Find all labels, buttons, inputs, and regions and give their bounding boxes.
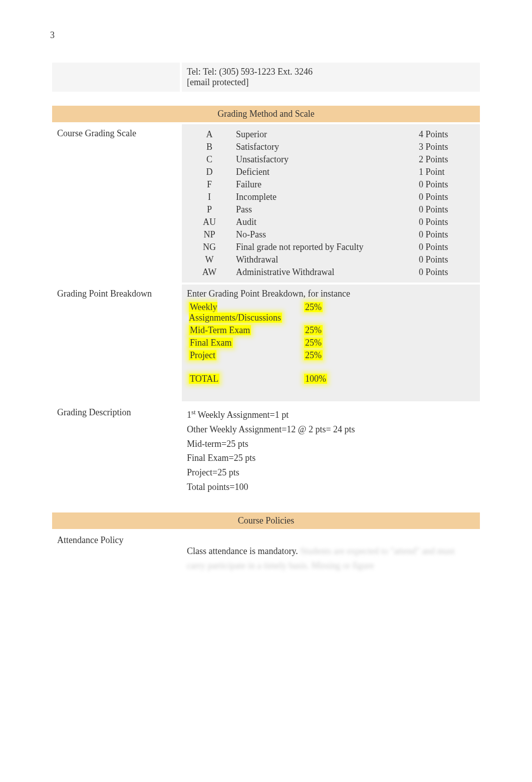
breakdown-intro: Enter Grading Point Breakdown, for insta… bbox=[187, 289, 475, 299]
grading-scale-row: NGFinal grade not reported by Faculty0 P… bbox=[187, 241, 475, 253]
grading-desc-line6: Total points=100 bbox=[187, 480, 475, 494]
grading-scale-row: ASuperior4 Points bbox=[187, 128, 475, 141]
grading-desc-line5: Project=25 pts bbox=[187, 465, 475, 480]
breakdown-label-cell: Project bbox=[187, 349, 302, 362]
grading-scale-code: AW bbox=[187, 266, 232, 279]
grading-scale-row: NPNo-Pass0 Points bbox=[187, 228, 475, 241]
grading-scale-points: 3 Points bbox=[415, 141, 475, 153]
course-grading-scale-label: Course Grading Scale bbox=[52, 124, 180, 283]
breakdown-label-text: Weekly Assignments/Discussions bbox=[189, 302, 282, 323]
breakdown-inner-table: Weekly Assignments/Discussions25%Mid-Ter… bbox=[187, 301, 475, 362]
breakdown-label-cell: Weekly Assignments/Discussions bbox=[187, 301, 302, 324]
breakdown-label-cell: Final Exam bbox=[187, 337, 302, 349]
breakdown-row: Mid-Term Exam25% bbox=[187, 324, 475, 337]
grading-scale-points: 0 Points bbox=[415, 216, 475, 228]
grading-scale-row: PPass0 Points bbox=[187, 203, 475, 216]
page-number: 3 bbox=[50, 30, 482, 41]
grading-scale-points: 0 Points bbox=[415, 266, 475, 279]
breakdown-total-table: TOTAL 100% bbox=[187, 373, 475, 385]
grading-scale-desc: Superior bbox=[232, 128, 415, 141]
grading-scale-desc: Unsatisfactory bbox=[232, 153, 415, 166]
grading-scale-code: F bbox=[187, 178, 232, 191]
breakdown-label-text: Project bbox=[189, 350, 216, 360]
breakdown-value-cell: 25% bbox=[302, 349, 389, 362]
grading-scale-points: 0 Points bbox=[415, 203, 475, 216]
grading-scale-row: IIncomplete0 Points bbox=[187, 191, 475, 203]
grading-scale-row: CUnsatisfactory2 Points bbox=[187, 153, 475, 166]
grading-scale-code: D bbox=[187, 166, 232, 178]
contact-table: Tel: Tel: (305) 593-1223 Ext. 3246 [emai… bbox=[50, 61, 482, 94]
breakdown-value-cell: 25% bbox=[302, 301, 389, 324]
breakdown-value-text: 25% bbox=[304, 350, 323, 360]
grading-scale-cell: ASuperior4 PointsBSatisfactory3 PointsCU… bbox=[182, 124, 480, 283]
grading-method-table: Grading Method and Scale Course Grading … bbox=[50, 104, 482, 500]
attendance-policy-label: Attendance Policy bbox=[52, 531, 180, 577]
grading-scale-desc: Withdrawal bbox=[232, 253, 415, 266]
breakdown-row: Weekly Assignments/Discussions25% bbox=[187, 301, 475, 324]
breakdown-value-cell: 25% bbox=[302, 324, 389, 337]
breakdown-value-text: 25% bbox=[304, 302, 323, 312]
grading-scale-row: BSatisfactory3 Points bbox=[187, 141, 475, 153]
grading-scale-code: A bbox=[187, 128, 232, 141]
grading-scale-points: 2 Points bbox=[415, 153, 475, 166]
breakdown-row: Project25% bbox=[187, 349, 475, 362]
grading-scale-inner-table: ASuperior4 PointsBSatisfactory3 PointsCU… bbox=[187, 128, 475, 279]
grading-point-breakdown-cell: Enter Grading Point Breakdown, for insta… bbox=[182, 285, 480, 401]
grading-scale-points: 0 Points bbox=[415, 253, 475, 266]
grading-scale-row: WWithdrawal0 Points bbox=[187, 253, 475, 266]
breakdown-row: Final Exam25% bbox=[187, 337, 475, 349]
contact-left-cell bbox=[52, 63, 180, 92]
grading-desc-line4: Final Exam=25 pts bbox=[187, 451, 475, 465]
grading-scale-desc: Failure bbox=[232, 178, 415, 191]
course-policies-table: Course Policies Attendance Policy Class … bbox=[50, 510, 482, 579]
grading-desc-line2: Other Weekly Assignment=12 @ 2 pts= 24 p… bbox=[187, 422, 475, 437]
grading-method-header: Grading Method and Scale bbox=[52, 106, 480, 122]
grading-scale-desc: Audit bbox=[232, 216, 415, 228]
grading-scale-points: 1 Point bbox=[415, 166, 475, 178]
contact-tel: Tel: Tel: (305) 593-1223 Ext. 3246 bbox=[187, 67, 475, 77]
grading-scale-row: FFailure0 Points bbox=[187, 178, 475, 191]
grading-scale-points: 0 Points bbox=[415, 241, 475, 253]
grading-scale-code: P bbox=[187, 203, 232, 216]
grading-scale-desc: Deficient bbox=[232, 166, 415, 178]
grading-desc-line1: 1st Weekly Assignment=1 pt bbox=[187, 407, 475, 422]
grading-scale-desc: Satisfactory bbox=[232, 141, 415, 153]
breakdown-total-value-cell: 100% bbox=[302, 373, 389, 385]
grading-scale-code: I bbox=[187, 191, 232, 203]
attendance-text: Class attendance is mandatory. bbox=[187, 546, 300, 556]
grading-scale-points: 4 Points bbox=[415, 128, 475, 141]
contact-email: [email protected] bbox=[187, 77, 475, 88]
breakdown-value-text: 25% bbox=[304, 338, 323, 348]
breakdown-total-value: 100% bbox=[304, 374, 327, 384]
grading-desc-line3: Mid-term=25 pts bbox=[187, 437, 475, 451]
breakdown-total-label-cell: TOTAL bbox=[187, 373, 302, 385]
breakdown-label-cell: Mid-Term Exam bbox=[187, 324, 302, 337]
grading-scale-code: W bbox=[187, 253, 232, 266]
grading-scale-row: AUAudit0 Points bbox=[187, 216, 475, 228]
grading-scale-desc: Pass bbox=[232, 203, 415, 216]
grading-scale-code: NG bbox=[187, 241, 232, 253]
grading-scale-points: 0 Points bbox=[415, 191, 475, 203]
grading-scale-row: DDeficient1 Point bbox=[187, 166, 475, 178]
grading-scale-code: C bbox=[187, 153, 232, 166]
grading-scale-code: B bbox=[187, 141, 232, 153]
breakdown-value-cell: 25% bbox=[302, 337, 389, 349]
grading-description-cell: 1st Weekly Assignment=1 pt Other Weekly … bbox=[182, 403, 480, 498]
grading-scale-row: AWAdministrative Withdrawal0 Points bbox=[187, 266, 475, 279]
breakdown-label-text: Final Exam bbox=[189, 338, 233, 348]
grading-scale-code: AU bbox=[187, 216, 232, 228]
grading-scale-code: NP bbox=[187, 228, 232, 241]
grading-scale-points: 0 Points bbox=[415, 178, 475, 191]
breakdown-label-text: Mid-Term Exam bbox=[189, 325, 251, 335]
grading-scale-desc: Administrative Withdrawal bbox=[232, 266, 415, 279]
grading-scale-desc: Final grade not reported by Faculty bbox=[232, 241, 415, 253]
grading-description-label: Grading Description bbox=[52, 403, 180, 498]
contact-right-cell: Tel: Tel: (305) 593-1223 Ext. 3246 [emai… bbox=[182, 63, 480, 92]
grading-point-breakdown-label: Grading Point Breakdown bbox=[52, 285, 180, 401]
grading-scale-desc: No-Pass bbox=[232, 228, 415, 241]
grading-scale-points: 0 Points bbox=[415, 228, 475, 241]
breakdown-value-text: 25% bbox=[304, 325, 323, 335]
breakdown-total-label: TOTAL bbox=[189, 374, 219, 384]
attendance-policy-cell: Class attendance is mandatory. Students … bbox=[182, 531, 480, 577]
grading-scale-desc: Incomplete bbox=[232, 191, 415, 203]
